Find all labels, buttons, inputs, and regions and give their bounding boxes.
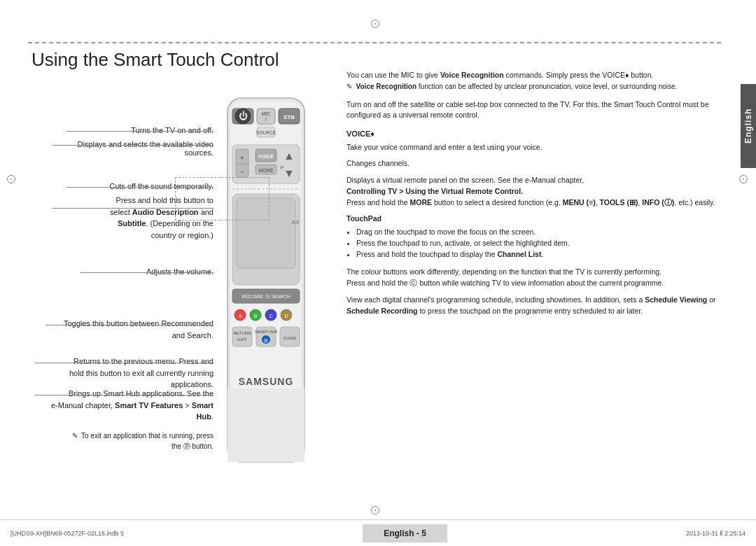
svg-text:STB: STB (284, 114, 295, 120)
annotation-audio-desc: Press and hold this button to select Aud… (52, 195, 214, 241)
svg-text:B: B (254, 314, 258, 318)
line-volume (80, 272, 214, 273)
svg-text:RETURN: RETURN (234, 331, 251, 335)
svg-text:+: + (240, 153, 244, 162)
main-content: TV MIC STB SOURCE ⏻ + − VO (28, 66, 735, 514)
right-annotations: You can use the MIC to give Voice Recogn… (346, 70, 718, 322)
svg-rect-52 (227, 430, 304, 462)
svg-text:A3: A3 (292, 219, 299, 225)
annotation-tv-power: Turns the TV on and off. (74, 126, 214, 134)
right-mic-note: You can use the MIC to give Voice Recogn… (346, 70, 718, 92)
page-number: English - 5 (363, 524, 447, 542)
footer-right: 2013-10-31 Ⅱ 2:25:14 (686, 530, 746, 537)
line-return (35, 363, 214, 363)
right-touchpad-section: TouchPad Drag on the touchpad to move th… (346, 214, 718, 260)
footer-left: [UHDS9-XH]BN68-05272F-02L16.indb 5 (10, 530, 124, 537)
svg-text:D: D (284, 314, 288, 318)
annotation-volume: Adjusts the volume. (88, 267, 214, 276)
annotation-source: Displays and selects the available video… (52, 140, 214, 157)
svg-text:SOURCE: SOURCE (256, 130, 276, 135)
svg-text:RECOMM. ⓢ SEARCH: RECOMM. ⓢ SEARCH (241, 294, 290, 299)
svg-text:MIC: MIC (262, 111, 271, 116)
svg-text:GUIDE: GUIDE (283, 336, 296, 340)
annotation-exit-note: ✎ To exit an application that is running… (38, 430, 214, 451)
bottom-bar: [UHDS9-XH]BN68-05272F-02L16.indb 5 Engli… (0, 519, 756, 546)
svg-text:VOICE: VOICE (258, 154, 274, 159)
annotation-smarthub: Brings up Smart Hub applications. See th… (35, 388, 214, 423)
svg-text:▲: ▲ (284, 150, 295, 162)
svg-text:⏻: ⏻ (239, 111, 248, 121)
svg-text:MORE: MORE (259, 168, 274, 173)
right-voice-section: VOICE♦ Take your voice command and enter… (346, 128, 718, 153)
line-audio-desc (52, 208, 214, 209)
line-tv-power (66, 131, 214, 132)
svg-rect-41 (232, 327, 252, 346)
svg-text:C: C (269, 314, 272, 318)
svg-text:EXIT: EXIT (237, 337, 247, 342)
svg-text:A: A (239, 314, 242, 318)
svg-text:SAMSUNG: SAMSUNG (239, 376, 294, 387)
right-stb-note: Turn on and off the satellite or cable s… (346, 99, 718, 122)
top-dashed-border (28, 42, 721, 43)
svg-text:SMART HUB: SMART HUB (255, 330, 278, 334)
svg-rect-28 (237, 198, 295, 268)
right-guide-note: View each digital channel's programming … (346, 295, 718, 317)
svg-text:▼: ▼ (284, 167, 295, 179)
language-tab: English (741, 84, 756, 168)
line-recomm (46, 325, 214, 326)
svg-text:⊞: ⊞ (264, 338, 268, 343)
annotation-mute: Cuts off the sound temporarily. (74, 182, 214, 190)
line-smarthub (35, 395, 214, 396)
annotation-return: Returns to the previous menu. Press and … (38, 356, 214, 391)
annotation-recomm: Toggles this button between Recommendeda… (46, 318, 214, 341)
remote-control-diagram: TV MIC STB SOURCE ⏻ + − VO (217, 94, 329, 486)
right-colour-buttons: The colour buttons work differently, dep… (346, 267, 718, 289)
right-channels-note: Changes channels. (346, 158, 718, 169)
line-source (52, 145, 214, 146)
line-mute (66, 187, 214, 188)
svg-text:−: − (240, 167, 244, 176)
right-virtual-remote: Displays a virtual remote panel on the s… (346, 175, 718, 208)
